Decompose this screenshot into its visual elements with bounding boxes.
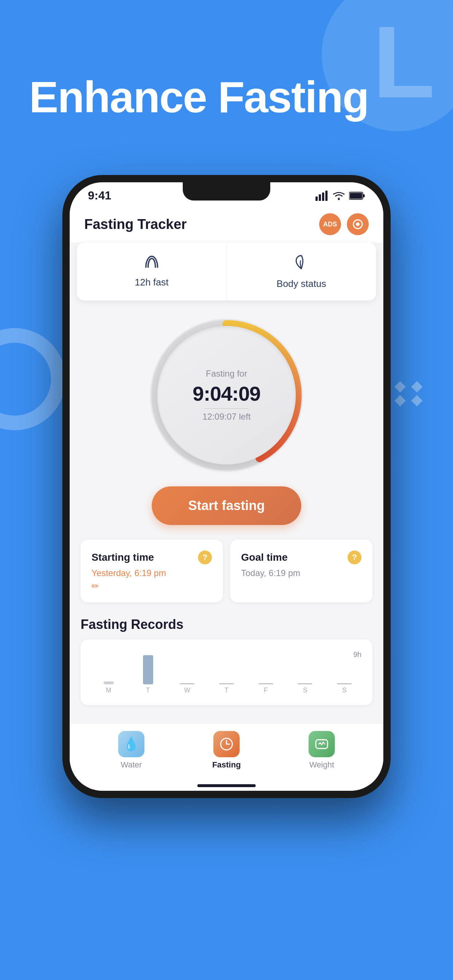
start-fasting-button[interactable]: Start fasting [152, 486, 301, 525]
starting-time-title: Starting time [91, 552, 154, 563]
chart-bar-sat: S [288, 683, 322, 694]
goal-time-card: Goal time ? Today, 6:19 pm [230, 539, 372, 602]
chart-top-label: 9h [353, 651, 362, 659]
timer-display: 9:04:09 [193, 382, 260, 406]
notch [183, 182, 270, 200]
quick-tabs: 12h fast Body status [77, 242, 376, 301]
status-bar: 9:41 [70, 182, 383, 206]
app-title: Fasting Tracker [84, 216, 187, 232]
svg-rect-6 [350, 193, 362, 199]
record-button[interactable] [347, 213, 369, 235]
bottom-nav: 💧 Water Fasting [70, 723, 383, 781]
svg-point-4 [338, 198, 340, 200]
goal-time-help[interactable]: ? [348, 550, 362, 565]
diamond-4 [411, 395, 423, 406]
tab-body-status-label: Body status [276, 278, 326, 290]
ads-label: ADS [323, 221, 337, 228]
goal-time-value: Today, 6:19 pm [241, 568, 362, 578]
bar-mon [104, 681, 114, 684]
chart-bar-tue: T [131, 655, 165, 694]
day-sat: S [303, 687, 307, 694]
chart-bar-mon: M [91, 681, 126, 694]
chart-bar-thu: T [209, 683, 244, 694]
day-fri: F [264, 687, 268, 694]
battery-icon [349, 191, 365, 200]
day-tue: T [146, 687, 150, 694]
leaf-icon [292, 253, 310, 275]
bg-letter-l: L [372, 4, 435, 121]
starting-time-header: Starting time ? [91, 550, 212, 565]
starting-time-card: Starting time ? Yesterday, 6:19 pm ✏ [81, 539, 223, 602]
chart-bar-sun: S [327, 683, 362, 694]
starting-time-help[interactable]: ? [198, 550, 212, 565]
nav-label-weight: Weight [309, 760, 334, 770]
svg-point-9 [356, 223, 360, 226]
starting-time-value: Yesterday, 6:19 pm [91, 568, 212, 578]
header-buttons: ADS [319, 213, 369, 235]
timer-separator [205, 408, 248, 409]
record-icon [353, 219, 363, 229]
bg-diamonds [396, 383, 424, 405]
tab-12h-fast[interactable]: 12h fast [77, 242, 227, 301]
app-header: Fasting Tracker ADS [70, 206, 383, 242]
chart-grid: 9h M T [91, 651, 362, 694]
status-icons [316, 191, 365, 201]
records-section: Fasting Records 9h M T [81, 617, 372, 713]
goal-time-title: Goal time [241, 552, 288, 563]
svg-rect-1 [319, 194, 321, 201]
nav-label-fasting: Fasting [212, 760, 241, 770]
svg-rect-0 [316, 197, 318, 201]
timer-inner: Fasting for 9:04:09 12:09:07 left [157, 326, 296, 465]
phone-frame: 9:41 [62, 175, 391, 798]
timer-section: Fasting for 9:04:09 12:09:07 left Start … [81, 301, 372, 723]
day-sun: S [342, 687, 346, 694]
fast-icon [142, 253, 161, 273]
edit-icon[interactable]: ✏ [91, 581, 212, 591]
time-cards: Starting time ? Yesterday, 6:19 pm ✏ Goa… [81, 539, 372, 602]
bg-decoration-circle-left [0, 328, 65, 430]
chart-bar-wed: W [170, 683, 204, 694]
signal-icon [316, 191, 329, 201]
water-nav-icon: 💧 [118, 731, 144, 757]
records-chart: 9h M T [81, 640, 372, 705]
phone-mockup: 9:41 [62, 175, 391, 798]
chart-bar-fri: F [249, 683, 283, 694]
bar-wed [180, 683, 195, 684]
day-thu: T [225, 687, 229, 694]
nav-label-water: Water [121, 760, 142, 770]
page-title: Enhance Fasting [29, 73, 368, 121]
fasting-for-label: Fasting for [206, 369, 247, 379]
help-icon: ? [203, 553, 207, 562]
tab-body-status[interactable]: Body status [227, 242, 376, 301]
diamond-2 [411, 381, 423, 392]
nav-item-weight[interactable]: Weight [309, 731, 335, 770]
bar-sun [337, 683, 352, 684]
fasting-nav-icon [214, 731, 239, 757]
diamond-3 [394, 395, 405, 406]
timer-circle: Fasting for 9:04:09 12:09:07 left [150, 319, 303, 472]
help-icon-2: ? [352, 553, 357, 562]
phone-screen: 9:41 [70, 182, 383, 791]
records-title: Fasting Records [81, 617, 372, 632]
home-indicator [70, 781, 383, 791]
status-time: 9:41 [88, 189, 111, 202]
svg-rect-7 [363, 194, 365, 197]
weight-nav-icon [309, 731, 335, 757]
tab-12h-fast-label: 12h fast [135, 277, 169, 288]
bar-fri [258, 683, 273, 684]
svg-rect-3 [325, 191, 327, 201]
bar-tue [143, 655, 153, 684]
diamond-1 [394, 381, 405, 392]
wifi-icon [332, 191, 345, 201]
main-content: Fasting for 9:04:09 12:09:07 left Start … [70, 301, 383, 723]
nav-item-water[interactable]: 💧 Water [118, 731, 144, 770]
timer-remaining: 12:09:07 left [203, 412, 250, 422]
bar-thu [219, 683, 234, 684]
day-wed: W [184, 687, 190, 694]
goal-time-header: Goal time ? [241, 550, 362, 565]
nav-item-fasting[interactable]: Fasting [212, 731, 241, 770]
ads-button[interactable]: ADS [319, 213, 341, 235]
day-mon: M [106, 687, 111, 694]
bar-sat [298, 683, 312, 684]
home-indicator-bar [197, 784, 256, 787]
